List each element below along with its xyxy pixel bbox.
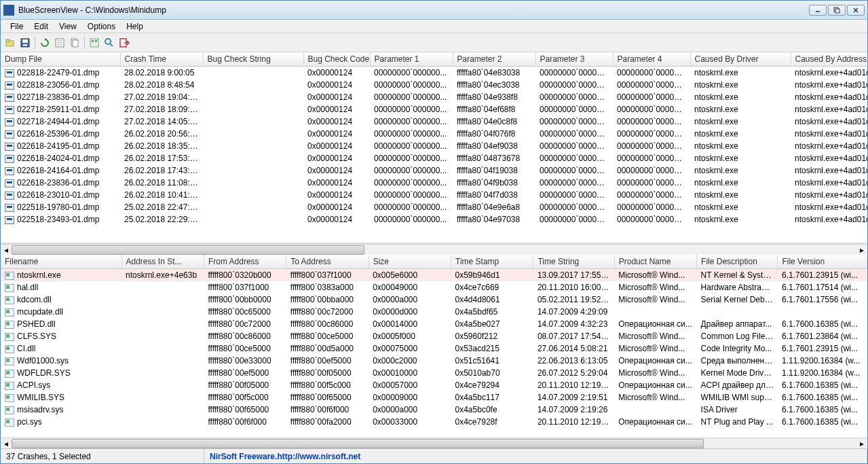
table-row[interactable]: hal.dllfffff800`037f1000fffff800`0383a00… [1, 281, 867, 293]
column-header[interactable]: Product Name [614, 255, 696, 269]
open-icon[interactable] [3, 36, 17, 50]
column-header[interactable]: Caused By Address [791, 52, 867, 67]
options-icon[interactable] [88, 36, 101, 50]
cell: fffff800`037f1000 [204, 281, 286, 293]
table-row[interactable]: ACPI.sysfffff880`00f05000fffff880`00f5c0… [1, 379, 867, 391]
column-header[interactable]: Address In St... [121, 255, 204, 269]
cell: 00000000`000000... [535, 152, 613, 164]
table-row[interactable]: 022618-24024-01.dmp26.02.2018 17:53:080x… [1, 152, 867, 164]
table-row[interactable]: 022618-23010-01.dmp26.02.2018 10:41:200x… [1, 189, 867, 201]
column-header[interactable]: File Description [697, 255, 778, 269]
column-header[interactable]: Bug Check Code [303, 52, 370, 67]
table-row[interactable]: WDFLDR.SYSfffff880`00ef5000fffff880`00f0… [1, 367, 867, 379]
table-row[interactable]: pci.sysfffff880`00f6f000fffff880`00fa200… [1, 416, 867, 428]
app-icon [3, 5, 14, 16]
table-row[interactable]: 022718-25911-01.dmp27.02.2018 18:09:050x… [1, 103, 867, 115]
module-table[interactable]: FilenameAddress In St...From AddressTo A… [1, 255, 867, 428]
scroll-left-icon[interactable]: ◂ [1, 245, 12, 255]
module-list-pane[interactable]: FilenameAddress In St...From AddressTo A… [1, 255, 867, 438]
find-icon[interactable] [102, 36, 116, 50]
cell: 26.02.2018 17:43:40 [120, 164, 203, 177]
column-header[interactable]: Parameter 1 [370, 52, 453, 67]
minimize-button[interactable] [809, 5, 827, 16]
cell: 0x4d4d8061 [451, 293, 533, 306]
scroll-right-icon[interactable]: ▸ [856, 245, 867, 255]
cell: ntoskrnl.exe [690, 189, 791, 201]
refresh-icon[interactable] [38, 36, 52, 50]
dump-file-icon [5, 167, 14, 175]
cell: 6.1.7600.16385 (wi... [778, 318, 867, 330]
copy-icon[interactable] [68, 36, 81, 50]
cell: Операционная си... [614, 355, 696, 367]
column-header[interactable]: To Address [286, 255, 369, 269]
table-row[interactable]: 022518-19780-01.dmp25.02.2018 22:47:110x… [1, 201, 867, 213]
column-header[interactable]: File Version [778, 255, 867, 269]
exit-icon[interactable] [117, 36, 131, 50]
nirsoft-link[interactable]: http://www.nirsoft.net [277, 452, 360, 461]
table-row[interactable]: 022618-25396-01.dmp26.02.2018 20:56:470x… [1, 128, 867, 140]
column-header[interactable]: From Address [204, 255, 286, 269]
close-button[interactable] [847, 5, 865, 16]
cell: 022518-23493-01.dmp [1, 213, 120, 226]
dump-file-icon [5, 192, 14, 200]
column-header[interactable]: Size [369, 255, 451, 269]
cell: fffffa80`04f9b038 [453, 177, 535, 189]
column-header[interactable]: Parameter 2 [453, 52, 535, 67]
svg-line-20 [110, 43, 113, 46]
cell: 6.1.7600.16385 (wi... [778, 416, 867, 428]
table-row[interactable]: mcupdate.dllfffff880`00c65000fffff880`00… [1, 306, 867, 318]
table-row[interactable]: 022718-23836-01.dmp27.02.2018 19:04:530x… [1, 91, 867, 103]
cell: 27.02.2018 14:05:05 [120, 115, 203, 128]
dump-file-icon [5, 118, 14, 126]
maximize-button[interactable] [828, 5, 846, 16]
cell: 00000000`000000... [613, 213, 690, 226]
bottom-horizontal-scrollbar[interactable]: ◂ ▸ [1, 438, 867, 448]
menu-item-view[interactable]: View [54, 20, 82, 33]
cell: ntoskrnl.exe [690, 201, 791, 213]
menu-item-help[interactable]: Help [121, 20, 149, 33]
cell: fffffa80`04e83038 [453, 67, 535, 79]
table-row[interactable]: CI.dllfffff880`00ce5000fffff880`00d5a000… [1, 342, 867, 355]
scroll-left-icon[interactable]: ◂ [1, 438, 12, 449]
column-header[interactable]: Time String [533, 255, 614, 269]
crash-table[interactable]: Dump FileCrash TimeBug Check StringBug C… [1, 52, 867, 226]
cell: 26.02.2018 10:41:20 [120, 189, 203, 201]
table-row[interactable]: PSHED.dllfffff880`00c72000fffff880`00c86… [1, 318, 867, 330]
table-row[interactable]: msisadrv.sysfffff880`00f65000fffff880`00… [1, 404, 867, 416]
column-header[interactable]: Parameter 3 [535, 52, 613, 67]
table-row[interactable]: 022818-22479-01.dmp28.02.2018 9:00:050x0… [1, 67, 867, 79]
table-row[interactable]: 022618-24195-01.dmp26.02.2018 18:35:490x… [1, 140, 867, 152]
crash-list-pane[interactable]: Dump FileCrash TimeBug Check StringBug C… [1, 52, 867, 244]
scrollbar-thumb[interactable] [12, 245, 364, 255]
table-row[interactable]: 022618-24164-01.dmp26.02.2018 17:43:400x… [1, 164, 867, 177]
column-header[interactable]: Filename [1, 255, 121, 269]
table-row[interactable]: 022818-23056-01.dmp28.02.2018 8:48:540x0… [1, 79, 867, 91]
cell: fffffa80`04e9e6a8 [453, 201, 535, 213]
cell: CI.dll [1, 342, 121, 355]
menu-item-edit[interactable]: Edit [29, 20, 54, 33]
column-header[interactable]: Caused By Driver [690, 52, 791, 67]
menu-item-file[interactable]: File [5, 20, 29, 33]
column-header[interactable]: Bug Check String [203, 52, 303, 67]
table-row[interactable]: Wdf01000.sysfffff880`00e33000fffff880`00… [1, 355, 867, 367]
cell: Serial Kernel Debu... [697, 293, 778, 306]
scrollbar-thumb[interactable] [12, 439, 704, 448]
table-row[interactable]: 022718-24944-01.dmp27.02.2018 14:05:050x… [1, 115, 867, 128]
column-header[interactable]: Time Stamp [451, 255, 533, 269]
table-row[interactable]: CLFS.SYSfffff880`00c86000fffff880`00ce50… [1, 330, 867, 342]
table-row[interactable]: ntoskrnl.exentoskrnl.exe+4e63bfffff800`0… [1, 269, 867, 282]
scroll-right-icon[interactable]: ▸ [856, 438, 867, 449]
column-header[interactable]: Dump File [1, 52, 120, 67]
table-row[interactable]: WMILIB.SYSfffff880`00f5c000fffff880`00f6… [1, 391, 867, 404]
cell: 14.07.2009 4:32:23 [533, 318, 614, 330]
table-row[interactable]: 022618-23836-01.dmp26.02.2018 11:08:130x… [1, 177, 867, 189]
save-icon[interactable] [18, 36, 32, 50]
menu-item-options[interactable]: Options [82, 20, 121, 33]
column-header[interactable]: Parameter 4 [613, 52, 690, 67]
properties-icon[interactable] [53, 36, 67, 50]
top-horizontal-scrollbar[interactable]: ◂ ▸ [1, 244, 867, 255]
table-row[interactable]: kdcom.dllfffff800`00bb0000fffff800`00bba… [1, 293, 867, 306]
column-header[interactable]: Crash Time [120, 52, 203, 67]
cell: 0x00075000 [369, 342, 451, 355]
table-row[interactable]: 022518-23493-01.dmp25.02.2018 22:29:200x… [1, 213, 867, 226]
